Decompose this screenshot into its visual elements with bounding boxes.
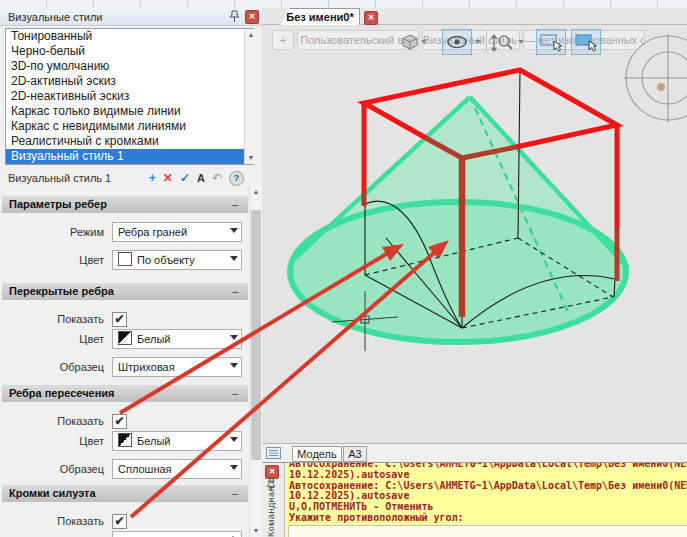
property-label: Цвет	[0, 250, 104, 271]
chevron-down-icon[interactable]	[230, 228, 238, 233]
viewport[interactable]: + Пользовательский вид Визуальный стиль …	[262, 25, 687, 443]
add-icon[interactable]: +	[149, 171, 156, 185]
property-label: Показать	[0, 411, 104, 432]
scroll-down-icon[interactable]: ▼	[250, 525, 262, 537]
layout-tab-bar: Модель А3	[262, 443, 687, 462]
section-title: Кромки силуэта	[9, 487, 96, 499]
panel-scrollbar[interactable]: ▲ ▼	[249, 186, 262, 537]
scroll-down-icon[interactable]: ▼	[245, 152, 257, 164]
section-header[interactable]: Перекрытые ребра–	[2, 283, 248, 300]
property-row: Показать✔	[0, 309, 248, 330]
tab-a3[interactable]: А3	[343, 446, 367, 462]
section-header[interactable]: Кромки силуэта–	[2, 485, 248, 502]
property-checkbox[interactable]: ✔	[112, 312, 127, 327]
property-select[interactable]: Сплошная	[112, 459, 242, 479]
property-row: ЦветПо объекту	[0, 250, 248, 271]
property-label: Образец	[0, 357, 104, 378]
style-list-item[interactable]: Тонированный	[6, 29, 253, 44]
command-line-side-strip: ✕ Командная с	[262, 463, 284, 537]
document-tab[interactable]: Без имени0*	[280, 8, 360, 25]
style-toolbar: +✕✓A↶?	[149, 168, 244, 188]
select-value: Сплошная	[118, 463, 172, 475]
section-header[interactable]: Параметры ребер–	[2, 196, 248, 213]
style-list-item[interactable]: Реалистичный с кромками	[6, 134, 253, 149]
collapse-icon[interactable]: –	[232, 196, 238, 213]
current-style-row: Визуальный стиль 1 +✕✓A↶?	[0, 168, 248, 188]
property-row: РежимРебра граней	[0, 222, 248, 243]
sheet-list-icon[interactable]	[266, 447, 281, 461]
select-value: Белый	[137, 435, 170, 447]
property-row: Ширина10	[0, 531, 248, 537]
document-tab-bar: Без имени0* ✕	[262, 8, 687, 25]
view-compass	[624, 34, 687, 122]
property-label: Ширина	[0, 531, 104, 537]
command-input[interactable]	[288, 525, 687, 537]
property-select[interactable]: Белый	[112, 329, 242, 349]
color-swatch	[118, 433, 132, 447]
property-select[interactable]: Штриховая	[112, 357, 242, 377]
select-value: Штриховая	[118, 361, 175, 373]
property-checkbox[interactable]: ✔	[112, 414, 127, 429]
property-select[interactable]: Ребра граней	[112, 222, 242, 242]
property-label: Образец	[0, 459, 104, 480]
section-title: Ребра пересечения	[9, 387, 114, 399]
scroll-up-icon[interactable]: ▲	[250, 186, 262, 198]
panel-close-icon[interactable]: ✕	[245, 10, 259, 24]
undo-icon[interactable]: ↶	[212, 171, 222, 185]
tab-model[interactable]: Модель	[292, 446, 342, 462]
collapse-icon[interactable]: –	[232, 485, 238, 502]
color-swatch	[118, 331, 132, 345]
style-list-item[interactable]: 3D-по умолчанию	[6, 59, 253, 74]
command-line-window: ✕ Командная с Автосохранение: C:\Users\A…	[262, 462, 687, 537]
style-list-item[interactable]: Черно-белый	[6, 44, 253, 59]
chevron-down-icon[interactable]	[230, 465, 238, 470]
property-select[interactable]: По объекту	[112, 250, 242, 270]
command-log-line: Укажите противоположный угол:	[289, 513, 687, 524]
style-list-item[interactable]: 2D-активный эскиз	[6, 74, 253, 89]
apply-icon[interactable]: ✓	[180, 171, 190, 185]
scroll-up-icon[interactable]: ▲	[245, 29, 257, 41]
style-list-item[interactable]: Визуальный стиль 1	[6, 149, 253, 164]
help-icon[interactable]: ?	[229, 171, 244, 186]
chevron-down-icon[interactable]	[230, 437, 238, 442]
chevron-down-icon[interactable]	[230, 363, 238, 368]
property-row: ЦветБелый	[0, 329, 248, 350]
collapse-icon[interactable]: –	[232, 283, 238, 300]
property-row: Показать✔	[0, 411, 248, 432]
style-list-item[interactable]: Каркас только видимые линии	[6, 104, 253, 119]
property-label: Режим	[0, 222, 104, 243]
current-style-label: Визуальный стиль 1	[0, 172, 111, 184]
style-list-scrollbar[interactable]: ▲ ▼	[244, 29, 257, 164]
color-swatch	[118, 252, 132, 266]
rename-icon[interactable]: A	[197, 171, 205, 185]
property-checkbox[interactable]: ✔	[112, 514, 127, 529]
section-header[interactable]: Ребра пересечения–	[2, 385, 248, 402]
select-value: Ребра граней	[118, 226, 187, 238]
panel-title: Визуальные стили	[8, 11, 102, 23]
pin-icon[interactable]	[229, 10, 240, 23]
property-spinner[interactable]: 10	[112, 531, 242, 537]
property-row: Показать✔	[0, 511, 248, 532]
collapse-icon[interactable]: –	[232, 385, 238, 402]
select-value: Белый	[137, 333, 170, 345]
style-list: ТонированныйЧерно-белый3D-по умолчанию2D…	[5, 28, 254, 165]
tab-close-icon[interactable]: ✕	[364, 11, 378, 25]
property-label: Показать	[0, 511, 104, 532]
scrollbar-thumb[interactable]	[251, 210, 261, 460]
visual-styles-panel: Визуальные стили ✕ ТонированныйЧерно-бел…	[0, 8, 262, 537]
delete-icon[interactable]: ✕	[163, 171, 173, 185]
section-title: Перекрытые ребра	[9, 285, 114, 297]
select-value: По объекту	[137, 254, 195, 266]
style-list-item[interactable]: Каркас с невидимыми линиями	[6, 119, 253, 134]
section-title: Параметры ребер	[9, 198, 107, 210]
property-label: Показать	[0, 309, 104, 330]
panel-header: Визуальные стили ✕	[0, 8, 262, 26]
chevron-down-icon[interactable]	[230, 256, 238, 261]
command-log-line: 10.12.2025).autosave	[289, 470, 687, 481]
command-log: Автосохранение: C:\Users\AHMETG~1\AppDat…	[284, 463, 687, 537]
command-line-vertical-label: Командная с	[266, 478, 276, 537]
property-select[interactable]: Белый	[112, 431, 242, 451]
style-list-item[interactable]: 2D-неактивный эскиз	[6, 89, 253, 104]
command-close-icon[interactable]: ✕	[265, 465, 279, 479]
chevron-down-icon[interactable]	[230, 335, 238, 340]
